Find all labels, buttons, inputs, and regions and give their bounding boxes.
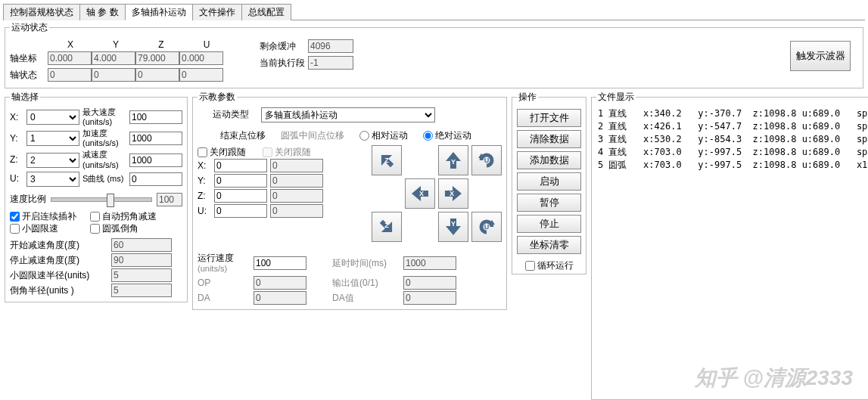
scurve-input[interactable] bbox=[129, 172, 182, 186]
buffer-val bbox=[308, 39, 353, 53]
stop-button[interactable]: 停止 bbox=[517, 215, 581, 233]
jog-z-minus-button[interactable]: Z bbox=[372, 145, 402, 175]
pause-button[interactable]: 暂停 bbox=[517, 194, 581, 212]
chamfer-radius-input[interactable] bbox=[111, 284, 172, 297]
file-list[interactable]: 1 直线 x:340.2 y:-370.7 z:1098.8 u:689.0 s… bbox=[596, 106, 868, 396]
mid-y-input bbox=[270, 174, 323, 188]
motion-type-select[interactable]: 多轴直线插补运动 bbox=[261, 107, 435, 122]
state-label: 轴状态 bbox=[10, 70, 48, 80]
stop-angle-label: 停止减速角度(度) bbox=[10, 255, 108, 265]
end-u-input[interactable] bbox=[214, 204, 267, 218]
jog-x-minus-button[interactable]: X bbox=[405, 178, 435, 209]
da-input bbox=[254, 291, 306, 305]
radio-absolute[interactable]: 绝对运动 bbox=[423, 130, 471, 141]
axis-x-select[interactable]: 0 bbox=[26, 110, 79, 125]
axis-select-group: 轴选择 X: 0 最大速度 (units/s) Y: 1 加速度 (units/… bbox=[5, 91, 188, 302]
chk-small-circle[interactable]: 小圆限速 bbox=[10, 223, 58, 234]
runspeed-input[interactable] bbox=[254, 256, 306, 270]
tab-file-ops[interactable]: 文件操作 bbox=[192, 4, 242, 20]
zero-coord-button[interactable]: 坐标清零 bbox=[517, 236, 581, 254]
motion-state-legend: 运动状态 bbox=[10, 22, 49, 33]
speed-ratio-val bbox=[157, 193, 182, 206]
tab-multi-axis[interactable]: 多轴插补运动 bbox=[125, 4, 193, 20]
circle-radius-label: 小圆限速半径(units) bbox=[10, 270, 108, 281]
chk-arc-chamfer[interactable]: 圆弧倒角 bbox=[90, 223, 138, 234]
buffer-label: 剩余缓冲 bbox=[260, 41, 305, 51]
motion-type-label: 运动类型 bbox=[213, 109, 258, 119]
tab-controller-state[interactable]: 控制器规格状态 bbox=[3, 4, 80, 20]
axis-z-select[interactable]: 2 bbox=[26, 153, 79, 168]
curseg-val bbox=[308, 56, 353, 70]
maxspeed-input[interactable] bbox=[129, 110, 182, 124]
clear-data-button[interactable]: 清除数据 bbox=[517, 130, 581, 148]
axis-y-select[interactable]: 1 bbox=[26, 131, 79, 146]
axis-header-u: U bbox=[184, 39, 229, 50]
speed-ratio-slider[interactable] bbox=[51, 197, 152, 202]
dec-label: 减速度 (units/s/s) bbox=[82, 150, 126, 169]
jog-u-plus-button[interactable]: U bbox=[471, 145, 502, 175]
axis-u-select[interactable]: 3 bbox=[26, 172, 79, 187]
teach-legend: 示教参数 bbox=[198, 91, 237, 102]
end-x-input[interactable] bbox=[214, 159, 267, 172]
teach-x-label: X: bbox=[198, 160, 211, 171]
svg-text:X: X bbox=[450, 190, 454, 197]
tab-axis-params[interactable]: 轴 参 数 bbox=[79, 4, 126, 20]
speed-ratio-label: 速度比例 bbox=[10, 194, 46, 204]
svg-text:U: U bbox=[484, 223, 490, 231]
axis-header-z: Z bbox=[138, 39, 184, 50]
operations-group: 操作 打开文件 清除数据 添加数据 启动 暂停 停止 坐标清零 循环运行 bbox=[512, 91, 586, 274]
start-angle-input[interactable] bbox=[111, 238, 172, 252]
axis-header-y: Y bbox=[93, 39, 138, 50]
svg-text:U: U bbox=[484, 157, 490, 164]
axis-z-label: Z: bbox=[10, 154, 23, 165]
start-button[interactable]: 启动 bbox=[517, 172, 581, 191]
dec-input[interactable] bbox=[129, 153, 182, 167]
motion-state-group: 运动状态 X Y Z U 轴坐标 轴状态 bbox=[5, 22, 863, 88]
mid-x-input bbox=[270, 159, 323, 172]
tab-bus-config[interactable]: 总线配置 bbox=[241, 4, 291, 20]
file-display-group: 文件显示 1 直线 x:340.2 y:-370.7 z:1098.8 u:68… bbox=[591, 91, 868, 399]
radio-relative[interactable]: 相对运动 bbox=[359, 130, 408, 141]
svg-text:Z: Z bbox=[384, 157, 389, 164]
out-label: 输出值(0/1) bbox=[332, 278, 400, 288]
jog-x-plus-button[interactable]: X bbox=[438, 178, 468, 209]
svg-text:Z: Z bbox=[384, 222, 389, 229]
chk-loop-run[interactable]: 循环运行 bbox=[525, 260, 574, 271]
file-display-legend: 文件显示 bbox=[596, 91, 636, 102]
axis-y-label: Y: bbox=[10, 133, 23, 144]
chk-continuous[interactable]: 开启连续插补 bbox=[10, 211, 76, 222]
axis-select-legend: 轴选择 bbox=[10, 91, 40, 102]
out-input bbox=[403, 276, 456, 290]
stop-angle-input[interactable] bbox=[111, 253, 172, 267]
jog-y-minus-button[interactable]: Y bbox=[438, 212, 468, 242]
teach-y-label: Y: bbox=[198, 175, 211, 186]
chk-close-follow-1[interactable]: 关闭跟随 bbox=[198, 147, 246, 157]
coord-y bbox=[92, 51, 135, 65]
circle-radius-input[interactable] bbox=[111, 268, 172, 282]
acc-label: 加速度 (units/s/s) bbox=[82, 129, 126, 148]
op-label: OP bbox=[198, 278, 250, 288]
jog-y-plus-button[interactable]: Y bbox=[438, 145, 468, 175]
teach-group: 示教参数 运动类型 多轴直线插补运动 结束点位移 圆弧中间点位移 相对运动 绝对… bbox=[192, 91, 507, 310]
jog-u-minus-button[interactable]: U bbox=[471, 212, 502, 242]
end-point-label: 结束点位移 bbox=[220, 130, 266, 141]
teach-u-label: U: bbox=[198, 206, 211, 216]
axis-u-label: U: bbox=[10, 173, 23, 184]
jog-z-plus-button[interactable]: Z bbox=[372, 212, 402, 242]
scurve-label: S曲线 (ms) bbox=[82, 174, 126, 184]
curseg-label: 当前执行段 bbox=[260, 57, 305, 68]
jog-arrow-grid: Z Y U X X Z Y U bbox=[372, 145, 502, 242]
end-z-input[interactable] bbox=[214, 189, 267, 203]
acc-input[interactable] bbox=[129, 132, 182, 145]
axis-x-label: X: bbox=[10, 112, 23, 122]
tab-bar: 控制器规格状态 轴 参 数 多轴插补运动 文件操作 总线配置 bbox=[3, 3, 865, 20]
da-label: DA bbox=[198, 293, 250, 303]
end-y-input[interactable] bbox=[214, 174, 267, 188]
mid-u-input bbox=[270, 204, 323, 218]
open-file-button[interactable]: 打开文件 bbox=[517, 109, 581, 127]
trigger-scope-button[interactable]: 触发示波器 bbox=[790, 41, 851, 71]
svg-text:Y: Y bbox=[451, 220, 456, 228]
add-data-button[interactable]: 添加数据 bbox=[517, 151, 581, 169]
state-y bbox=[92, 68, 135, 82]
chk-auto-corner[interactable]: 自动拐角减速 bbox=[90, 211, 157, 222]
